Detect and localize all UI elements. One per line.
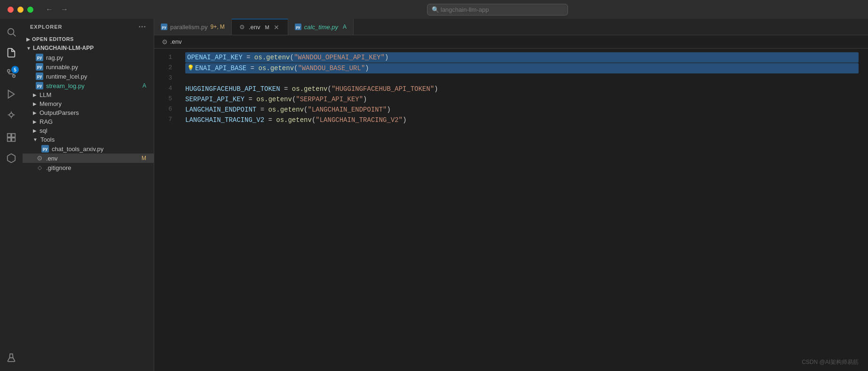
code-content: OPENAI_API_KEY = os.getenv ( "WANDOU_OPE… xyxy=(178,48,868,371)
titlebar-search-input[interactable] xyxy=(427,4,568,16)
line-num-4: 4 xyxy=(154,83,172,94)
code-line-1: OPENAI_API_KEY = os.getenv ( "WANDOU_OPE… xyxy=(185,52,859,63)
file-rag-py[interactable]: py rag.py xyxy=(23,53,154,62)
traffic-lights xyxy=(8,7,33,13)
svg-point-5 xyxy=(9,113,13,116)
line-num-2: 2 xyxy=(154,63,172,73)
file-label-runtime: runtime_lcel.py xyxy=(46,73,150,80)
activity-source-control[interactable]: 5 xyxy=(2,64,21,83)
code-token-eq4: = xyxy=(280,84,292,94)
file-gitignore[interactable]: ◇ .gitignore xyxy=(23,163,154,172)
file-runtime-lcel-py[interactable]: py runtime_lcel.py xyxy=(23,72,154,81)
svg-line-1 xyxy=(13,34,16,36)
nav-back-button[interactable]: ← xyxy=(43,4,56,15)
source-control-badge: 5 xyxy=(11,66,19,73)
file-env[interactable]: ⚙ .env M xyxy=(23,153,154,163)
maximize-button[interactable] xyxy=(27,7,33,13)
activity-search[interactable] xyxy=(2,23,21,41)
file-chat-tools-arxiv[interactable]: py chat_tools_arxiv.py xyxy=(23,144,154,153)
code-token-getenv1: os.getenv xyxy=(254,52,290,63)
folder-rag[interactable]: ▶ RAG xyxy=(23,117,154,126)
folder-outputparsers[interactable]: ▶ OutputParsers xyxy=(23,108,154,117)
file-label-chat-tools: chat_tools_arxiv.py xyxy=(52,145,150,153)
line-num-1: 1 xyxy=(154,52,172,63)
code-token-serp-key: SERPAPI_API_KEY xyxy=(185,94,245,105)
watermark: CSDN @AI架构师易筋 xyxy=(802,358,859,366)
nav-forward-button[interactable]: → xyxy=(58,4,71,15)
folder-llm[interactable]: ▶ LLM xyxy=(23,90,154,99)
activity-explorer[interactable] xyxy=(2,43,21,62)
tab-close-env[interactable]: ✕ xyxy=(272,23,281,32)
line-num-5: 5 xyxy=(154,94,172,104)
sidebar-header-actions: ··· xyxy=(139,23,146,31)
code-token-str6: "LANGCHAIN_ENDPOINT" xyxy=(308,105,387,115)
tab-label-calc: calc_time.py xyxy=(304,24,338,31)
py-icon-tab-parallelism: py xyxy=(161,24,167,30)
open-editors-label: OPEN EDITORS xyxy=(32,36,74,42)
activity-flask[interactable] xyxy=(2,348,21,367)
code-token-paren6: ( xyxy=(304,105,308,115)
code-token-cparen4: ) xyxy=(434,84,438,94)
project-chevron: ▼ xyxy=(26,46,31,51)
tab-env[interactable]: ⚙ .env M ✕ xyxy=(232,19,288,35)
svg-rect-11 xyxy=(12,134,15,137)
file-label-runnable: runnable.py xyxy=(46,64,150,71)
activity-extensions[interactable] xyxy=(2,149,21,168)
code-token-paren5: ( xyxy=(292,94,296,105)
folder-label-llm: LLM xyxy=(39,91,51,98)
code-token-paren7: ( xyxy=(312,115,316,125)
code-token-eq7: = xyxy=(264,115,276,125)
activity-bar: 5 xyxy=(0,19,23,371)
code-token-getenv5: os.getenv xyxy=(256,94,292,105)
gear-icon-tab-env: ⚙ xyxy=(238,24,246,31)
activity-debug[interactable] xyxy=(2,105,21,124)
folder-label-tools: Tools xyxy=(40,136,55,143)
open-editors-header[interactable]: ▶ OPEN EDITORS xyxy=(23,35,154,43)
project-header[interactable]: ▼ LANGCHAIN-LLM-APP xyxy=(23,43,154,53)
folder-label-rag: RAG xyxy=(39,118,53,125)
code-line-7: LANGCHAIN_TRACING_V2 = os.getenv ( "LANG… xyxy=(185,115,868,125)
code-line-5: SERPAPI_API_KEY = os.getenv ( "SERPAPI_A… xyxy=(185,94,868,105)
py-icon-runnable: py xyxy=(36,63,43,71)
svg-rect-12 xyxy=(8,138,11,141)
tab-calc-time-py[interactable]: py calc_time.py A xyxy=(288,19,354,35)
code-line-4: HUGGINGFACEHUB_API_TOKEN = os.getenv ( "… xyxy=(185,84,868,94)
activity-remote[interactable] xyxy=(2,128,21,147)
folder-sql[interactable]: ▶ sql xyxy=(23,126,154,135)
code-editor[interactable]: 1 2 3 4 5 6 7 OPENAI_API_KEY = os.getenv… xyxy=(154,48,868,371)
folder-tools[interactable]: ▼ Tools xyxy=(23,135,154,144)
tab-parallelism-py[interactable]: py parallelism.py 9+, M xyxy=(154,19,232,35)
svg-marker-4 xyxy=(8,90,15,98)
titlebar-search-icon: 🔍 xyxy=(432,6,439,13)
code-token-cparen2: ) xyxy=(365,63,369,73)
svg-rect-10 xyxy=(8,134,11,137)
folder-label-outputparsers: OutputParsers xyxy=(39,109,79,116)
line-numbers: 1 2 3 4 5 6 7 xyxy=(154,48,178,371)
code-token-cparen7: ) xyxy=(402,115,406,125)
minimize-button[interactable] xyxy=(17,7,24,13)
tools-chevron: ▼ xyxy=(33,137,38,142)
llm-chevron: ▶ xyxy=(33,92,37,97)
file-label-env: .env xyxy=(46,155,139,162)
sidebar-more-icon[interactable]: ··· xyxy=(139,23,146,31)
file-stream-log-py[interactable]: py stream_log.py A xyxy=(23,81,154,90)
code-token-paren4: ( xyxy=(327,84,331,94)
sidebar-title: EXPLORER xyxy=(30,24,63,30)
sidebar-header: EXPLORER ··· xyxy=(23,19,154,35)
code-token-hf-token: HUGGINGFACEHUB_API_TOKEN xyxy=(185,84,280,94)
file-runnable-py[interactable]: py runnable.py xyxy=(23,62,154,72)
open-editors-chevron: ▶ xyxy=(26,37,30,42)
py-icon-runtime: py xyxy=(36,73,43,80)
code-line-6: LANGCHAIN_ENDPOINT = os.getenv ( "LANGCH… xyxy=(185,105,868,115)
code-token-eq5: = xyxy=(245,94,256,105)
code-token-enai-key: ENAI_API_BASE xyxy=(195,63,246,73)
code-token-openai-key: OPENAI_API_KEY xyxy=(187,52,243,63)
svg-rect-13 xyxy=(12,138,15,141)
folder-memory[interactable]: ▶ Memory xyxy=(23,99,154,108)
project-section: ▼ LANGCHAIN-LLM-APP py rag.py py runnabl… xyxy=(23,43,154,172)
stream-log-badge: A xyxy=(142,82,150,89)
activity-run[interactable] xyxy=(2,85,21,104)
titlebar: ← → 🔍 xyxy=(0,0,868,19)
main-layout: 5 EX xyxy=(0,19,868,371)
close-button[interactable] xyxy=(8,7,14,13)
